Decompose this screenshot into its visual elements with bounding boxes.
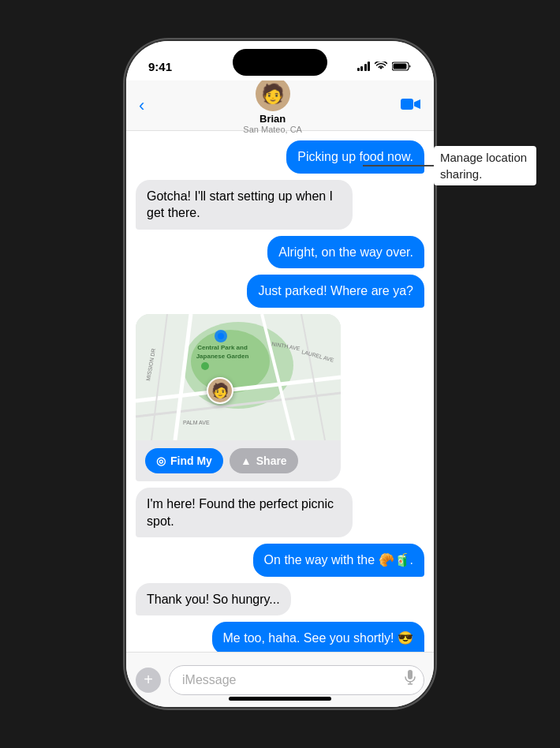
svg-text:Central Park and: Central Park and <box>197 344 248 351</box>
svg-rect-2 <box>401 99 413 110</box>
battery-icon <box>392 62 412 71</box>
find-my-icon: ◎ <box>156 454 166 467</box>
message-9: Me too, haha. See you shortly! 😎 Deliver… <box>136 622 424 652</box>
find-my-label: Find My <box>170 454 212 467</box>
message-6: I'm here! Found the perfect picnic spot. <box>136 488 424 537</box>
bubble-received-2[interactable]: Gotcha! I'll start setting up when I get… <box>136 180 353 230</box>
bubble-sent-7[interactable]: On the way with the 🥐🧃. <box>253 544 424 577</box>
phone-frame: 9:41 <box>126 41 434 707</box>
contact-header[interactable]: 🧑 Brian San Mateo, CA <box>243 77 302 134</box>
message-input-placeholder[interactable]: iMessage <box>182 673 236 687</box>
message-2: Gotcha! I'll start setting up when I get… <box>136 180 424 230</box>
map-actions: ◎ Find My ▲ Share <box>136 440 341 481</box>
status-icons <box>357 62 413 71</box>
svg-text:PALM AVE: PALM AVE <box>183 420 210 425</box>
share-label: Share <box>256 454 287 467</box>
annotation-container: Manage location sharing. <box>363 146 536 185</box>
mic-button[interactable] <box>405 670 416 690</box>
message-5-map: MISSION DR NINTH AVE LAUREL AVE PALM AVE… <box>136 314 424 481</box>
dynamic-island <box>233 49 327 76</box>
svg-rect-21 <box>408 670 413 679</box>
contact-subtitle: San Mateo, CA <box>243 125 302 134</box>
annotation-text: Manage location sharing. <box>434 146 536 185</box>
share-icon: ▲ <box>241 454 252 467</box>
home-indicator <box>229 697 331 701</box>
message-4: Just parked! Where are ya? <box>136 275 424 308</box>
messages-area: Picking up food now. Gotcha! I'll start … <box>126 131 434 652</box>
annotation-line <box>363 165 434 166</box>
avatar: 🧑 <box>256 77 290 111</box>
attachment-button[interactable]: + <box>136 668 161 693</box>
status-bar: 9:41 <box>126 41 434 80</box>
message-7: On the way with the 🥐🧃. <box>136 544 424 577</box>
svg-rect-1 <box>394 64 407 69</box>
bubble-sent-3[interactable]: Alright, on the way over. <box>267 236 424 269</box>
bubble-received-8[interactable]: Thank you! So hungry... <box>136 583 291 616</box>
back-button[interactable]: ‹ <box>139 95 144 116</box>
bubble-sent-9[interactable]: Me too, haha. See you shortly! 😎 <box>212 622 424 652</box>
find-my-button[interactable]: ◎ Find My <box>145 448 223 473</box>
message-8: Thank you! So hungry... <box>136 583 424 616</box>
contact-name: Brian <box>259 113 286 125</box>
map-image[interactable]: MISSION DR NINTH AVE LAUREL AVE PALM AVE… <box>136 314 341 440</box>
svg-point-20 <box>218 333 224 339</box>
share-location-button[interactable]: ▲ Share <box>230 448 298 473</box>
svg-text:Japanese Garden: Japanese Garden <box>196 353 249 360</box>
status-time: 9:41 <box>148 60 172 73</box>
nav-bar: ‹ 🧑 Brian San Mateo, CA <box>126 80 434 131</box>
location-pin: 🧑 <box>207 377 233 404</box>
bubble-sent-4[interactable]: Just parked! Where are ya? <box>247 275 424 308</box>
video-call-button[interactable] <box>401 95 421 116</box>
svg-point-18 <box>201 362 209 370</box>
message-3: Alright, on the way over. <box>136 236 424 269</box>
wifi-icon <box>375 62 387 71</box>
bubble-received-6[interactable]: I'm here! Found the perfect picnic spot. <box>136 488 353 537</box>
message-input-container[interactable]: iMessage <box>169 665 424 695</box>
map-bubble[interactable]: MISSION DR NINTH AVE LAUREL AVE PALM AVE… <box>136 314 341 481</box>
signal-icon <box>357 62 371 71</box>
